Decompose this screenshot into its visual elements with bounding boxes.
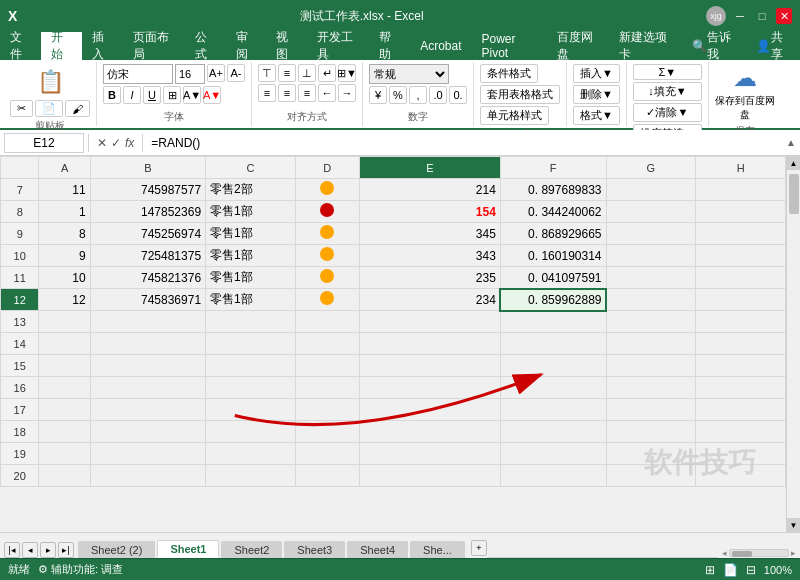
user-avatar[interactable]: xjg [706, 6, 726, 26]
tab-file[interactable]: 文件 [0, 32, 41, 60]
scroll-down-button[interactable]: ▼ [787, 518, 801, 532]
cell-g7[interactable] [606, 179, 696, 201]
cell-a13[interactable] [39, 311, 90, 333]
col-header-f[interactable]: F [500, 157, 606, 179]
cell-f10[interactable]: 0. 160190314 [500, 245, 606, 267]
tab-formula[interactable]: 公式 [185, 32, 226, 60]
cell-h13[interactable] [696, 311, 786, 333]
increase-decimal-button[interactable]: .0 [429, 86, 447, 104]
tab-page-layout[interactable]: 页面布局 [123, 32, 185, 60]
add-sheet-button[interactable]: + [471, 540, 487, 556]
sheet-tab-sheet3[interactable]: Sheet3 [284, 541, 345, 558]
cell-c19[interactable] [206, 443, 296, 465]
cell-f9[interactable]: 0. 868929665 [500, 223, 606, 245]
cell-a14[interactable] [39, 333, 90, 355]
conditional-format-button[interactable]: 条件格式 [480, 64, 538, 83]
cell-c15[interactable] [206, 355, 296, 377]
cell-b19[interactable] [90, 443, 205, 465]
formula-cancel-icon[interactable]: ✕ [97, 136, 107, 150]
col-header-b[interactable]: B [90, 157, 205, 179]
cell-b11[interactable]: 745821376 [90, 267, 205, 289]
tab-baidu[interactable]: 百度网盘 [547, 32, 609, 60]
font-size-decrease-button[interactable]: A- [227, 64, 245, 82]
format-cell-button[interactable]: 格式▼ [573, 106, 620, 125]
italic-button[interactable]: I [123, 86, 141, 104]
cell-b13[interactable] [90, 311, 205, 333]
cell-h10[interactable] [696, 245, 786, 267]
cell-c12[interactable]: 零售1部 [206, 289, 296, 311]
cell-g18[interactable] [606, 421, 696, 443]
cell-b16[interactable] [90, 377, 205, 399]
cell-a15[interactable] [39, 355, 90, 377]
minimize-button[interactable]: ─ [732, 8, 748, 24]
cell-b15[interactable] [90, 355, 205, 377]
cell-h11[interactable] [696, 267, 786, 289]
cell-d12[interactable] [295, 289, 359, 311]
cell-c17[interactable] [206, 399, 296, 421]
border-button[interactable]: ⊞ [163, 86, 181, 104]
cell-h9[interactable] [696, 223, 786, 245]
cell-a12[interactable]: 12 [39, 289, 90, 311]
cell-e16[interactable] [359, 377, 500, 399]
increase-indent-button[interactable]: → [338, 84, 356, 102]
cell-g12[interactable] [606, 289, 696, 311]
cell-h14[interactable] [696, 333, 786, 355]
cell-g10[interactable] [606, 245, 696, 267]
cell-c13[interactable] [206, 311, 296, 333]
tab-help[interactable]: 帮助 [369, 32, 410, 60]
decrease-decimal-button[interactable]: 0. [449, 86, 467, 104]
cell-e10[interactable]: 343 [359, 245, 500, 267]
cell-b17[interactable] [90, 399, 205, 421]
cell-c7[interactable]: 零售2部 [206, 179, 296, 201]
cell-e18[interactable] [359, 421, 500, 443]
cell-d19[interactable] [295, 443, 359, 465]
cell-d17[interactable] [295, 399, 359, 421]
formula-input[interactable] [147, 136, 782, 150]
cell-a10[interactable]: 9 [39, 245, 90, 267]
cell-b10[interactable]: 725481375 [90, 245, 205, 267]
vertical-scrollbar[interactable]: ▲ ▼ [786, 156, 800, 532]
cell-c14[interactable] [206, 333, 296, 355]
insert-cell-button[interactable]: 插入▼ [573, 64, 620, 83]
cell-e19[interactable] [359, 443, 500, 465]
scroll-thumb[interactable] [789, 174, 799, 214]
align-right-button[interactable]: ≡ [298, 84, 316, 102]
sheet-tab-more[interactable]: She... [410, 541, 465, 558]
cell-g19[interactable] [606, 443, 696, 465]
cell-a8[interactable]: 1 [39, 201, 90, 223]
cell-e12[interactable]: 234 [359, 289, 500, 311]
col-header-d[interactable]: D [295, 157, 359, 179]
formula-confirm-icon[interactable]: ✓ [111, 136, 121, 150]
tab-home[interactable]: 开始 [41, 32, 82, 60]
cell-g14[interactable] [606, 333, 696, 355]
wrap-text-button[interactable]: ↵ [318, 64, 336, 82]
cell-reference-input[interactable] [4, 133, 84, 153]
sheet-nav-prev[interactable]: ◂ [22, 542, 38, 558]
tab-power-pivot[interactable]: Power Pivot [472, 32, 548, 60]
cell-b14[interactable] [90, 333, 205, 355]
cell-h17[interactable] [696, 399, 786, 421]
cell-b12[interactable]: 745836971 [90, 289, 205, 311]
col-header-h[interactable]: H [696, 157, 786, 179]
cell-h16[interactable] [696, 377, 786, 399]
underline-button[interactable]: U [143, 86, 161, 104]
decrease-indent-button[interactable]: ← [318, 84, 336, 102]
cell-c9[interactable]: 零售1部 [206, 223, 296, 245]
cell-g13[interactable] [606, 311, 696, 333]
cell-a20[interactable] [39, 465, 90, 487]
tab-developer[interactable]: 开发工具 [307, 32, 369, 60]
cell-f8[interactable]: 0. 344240062 [500, 201, 606, 223]
cell-g16[interactable] [606, 377, 696, 399]
cell-d20[interactable] [295, 465, 359, 487]
align-center-button[interactable]: ≡ [278, 84, 296, 102]
font-size-increase-button[interactable]: A+ [207, 64, 225, 82]
cell-b18[interactable] [90, 421, 205, 443]
col-header-g[interactable]: G [606, 157, 696, 179]
cell-h20[interactable] [696, 465, 786, 487]
clear-button[interactable]: ✓清除▼ [633, 103, 702, 122]
sheet-nav-last[interactable]: ▸| [58, 542, 74, 558]
fill-button[interactable]: ↓填充▼ [633, 82, 702, 101]
cell-e13[interactable] [359, 311, 500, 333]
cell-e14[interactable] [359, 333, 500, 355]
fill-color-button[interactable]: A▼ [183, 86, 201, 104]
